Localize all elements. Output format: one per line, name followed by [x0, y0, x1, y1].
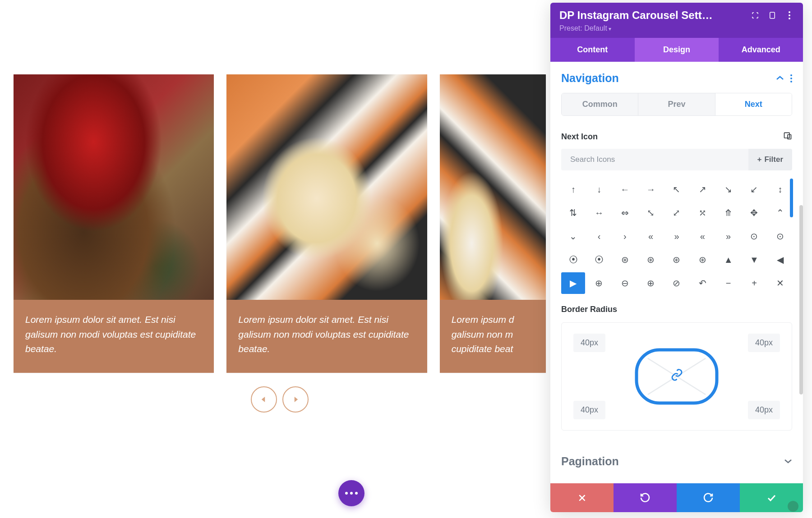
panel-tabs: Content Design Advanced [550, 38, 803, 62]
carousel-card[interactable]: Lorem ipsum d galisum non m cupiditate b… [440, 74, 546, 373]
filter-label: Filter [764, 155, 783, 164]
radius-tr-input[interactable]: 40px [748, 334, 780, 352]
subtab-next[interactable]: Next [715, 93, 792, 115]
fab-more-button[interactable] [338, 480, 364, 506]
radius-bl-input[interactable]: 40px [573, 401, 605, 419]
resize-handle[interactable] [788, 501, 798, 512]
undo-button[interactable] [614, 483, 677, 512]
more-vert-icon[interactable] [785, 11, 794, 20]
icon-option[interactable]: ⤢ [664, 202, 688, 224]
icon-option[interactable]: ↑ [561, 179, 585, 200]
carousel-card[interactable]: Lorem ipsum dolor sit amet. Est nisi gal… [226, 74, 427, 373]
icon-option[interactable]: › [613, 225, 637, 247]
icon-option[interactable]: ⊙ [742, 225, 766, 247]
caret-left-icon [260, 395, 268, 403]
link-icon[interactable] [670, 369, 683, 385]
icon-option[interactable]: ⊕ [587, 272, 611, 294]
subtab-common[interactable]: Common [562, 93, 638, 115]
icon-option[interactable]: » [664, 225, 688, 247]
tab-advanced[interactable]: Advanced [719, 38, 803, 62]
redo-button[interactable] [677, 483, 740, 512]
radius-br-input[interactable]: 40px [748, 401, 780, 419]
icon-option[interactable]: ✕ [768, 272, 792, 294]
icon-option[interactable]: ⌄ [561, 225, 585, 247]
card-image [226, 74, 427, 300]
icon-option[interactable]: ↕ [768, 179, 792, 200]
icon-grid: ↑↓←→↖↗↘↙↕⇅↔⇔⤡⤢⤱⤊✥⌃⌄‹›«»«»⊙⊙⦿⦿⊛⊛⊛⊛▲▼◀▶⊕⊖⊕… [561, 179, 792, 294]
check-icon [766, 492, 777, 503]
icon-option[interactable]: ↓ [587, 179, 611, 200]
icon-option[interactable]: ▲ [716, 249, 740, 270]
section-navigation[interactable]: Navigation [550, 62, 803, 93]
icon-option[interactable]: ⊛ [639, 249, 663, 270]
icon-option[interactable]: ‹ [587, 225, 611, 247]
expand-icon[interactable] [751, 11, 760, 20]
subtab-prev[interactable]: Prev [638, 93, 715, 115]
preset-selector[interactable]: Preset: Default [559, 24, 794, 32]
icon-option[interactable]: ⇅ [561, 202, 585, 224]
icon-option[interactable]: ▼ [742, 249, 766, 270]
scrollbar[interactable] [799, 205, 803, 394]
icon-option[interactable]: ⦿ [587, 249, 611, 270]
tab-design[interactable]: Design [635, 38, 719, 62]
icon-option[interactable]: ← [613, 179, 637, 200]
icon-option[interactable]: ✥ [742, 202, 766, 224]
icon-option[interactable]: « [639, 225, 663, 247]
search-icons-input[interactable] [561, 149, 748, 170]
section-pagination[interactable]: Pagination [550, 445, 803, 476]
nav-subtabs: Common Prev Next [561, 93, 792, 116]
carousel-nav [14, 386, 546, 413]
section-title: Pagination [561, 455, 784, 468]
icon-option[interactable]: ⊛ [691, 249, 715, 270]
carousel-next-button[interactable] [282, 386, 309, 413]
close-icon [577, 493, 586, 502]
icon-option[interactable]: ↶ [691, 272, 715, 294]
carousel-card[interactable]: Lorem ipsum dolor sit amet. Est nisi gal… [14, 74, 214, 373]
carousel-prev-button[interactable] [251, 386, 277, 413]
tablet-icon[interactable] [768, 11, 777, 20]
icon-option[interactable]: ⇔ [613, 202, 637, 224]
icon-option[interactable]: ⊕ [639, 272, 663, 294]
chevron-down-icon [784, 458, 792, 466]
chevron-up-icon [776, 74, 784, 83]
icon-option[interactable]: ⊛ [613, 249, 637, 270]
close-button[interactable] [550, 483, 614, 512]
icon-option[interactable]: ↘ [716, 179, 740, 200]
icon-option[interactable]: ⊙ [768, 225, 792, 247]
icon-option[interactable]: ↙ [742, 179, 766, 200]
panel-body[interactable]: Navigation Common Prev Next Next Icon [550, 62, 803, 483]
border-radius-label: Border Radius [561, 305, 617, 314]
next-icon-label: Next Icon [561, 132, 598, 142]
icon-option[interactable]: − [716, 272, 740, 294]
responsive-icon[interactable] [783, 131, 792, 142]
icon-option[interactable]: ◀ [768, 249, 792, 270]
icon-option[interactable]: ⌃ [768, 202, 792, 224]
svg-rect-0 [770, 12, 775, 18]
svg-point-2 [789, 11, 790, 13]
filter-button[interactable]: + Filter [748, 149, 793, 170]
tab-content[interactable]: Content [550, 38, 635, 62]
icon-option[interactable]: » [716, 225, 740, 247]
grid-scrollbar[interactable] [790, 179, 793, 217]
radius-preview [635, 348, 719, 405]
icon-option[interactable]: ⤊ [716, 202, 740, 224]
icon-option[interactable]: ↔ [587, 202, 611, 224]
icon-option[interactable]: ↗ [691, 179, 715, 200]
icon-option[interactable]: ⤱ [691, 202, 715, 224]
more-vert-icon[interactable] [790, 74, 792, 83]
radius-tl-input[interactable]: 40px [573, 334, 605, 352]
icon-option[interactable]: ⊘ [664, 272, 688, 294]
icon-option[interactable]: → [639, 179, 663, 200]
svg-point-4 [789, 18, 790, 19]
icon-option[interactable]: + [742, 272, 766, 294]
icon-option[interactable]: ↖ [664, 179, 688, 200]
icon-option[interactable]: « [691, 225, 715, 247]
icon-option[interactable]: ⊖ [613, 272, 637, 294]
icon-option[interactable]: ▶ [561, 272, 585, 294]
icon-option[interactable]: ⤡ [639, 202, 663, 224]
redo-icon [703, 492, 714, 503]
icon-option[interactable]: ⊛ [664, 249, 688, 270]
icon-option[interactable]: ⦿ [561, 249, 585, 270]
settings-panel: DP Instagram Carousel Sett… Preset: Defa… [550, 3, 803, 512]
carousel-preview: Lorem ipsum dolor sit amet. Est nisi gal… [14, 74, 546, 413]
